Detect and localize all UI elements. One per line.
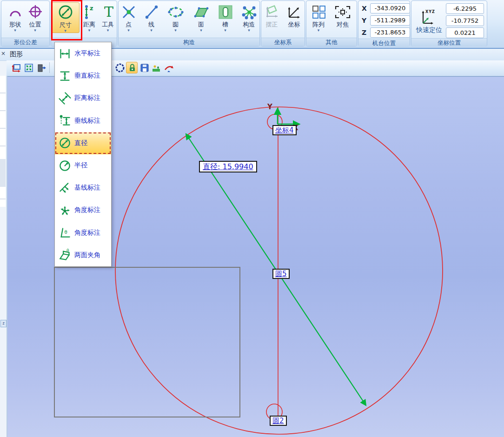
menu-item-dihedral-angle[interactable]: θ 两面夹角 xyxy=(55,244,111,266)
zoom-fit-button[interactable] xyxy=(23,62,34,73)
chevron-down-icon: ▾ xyxy=(150,28,153,32)
machine-x-value: -343.0920 xyxy=(370,3,410,13)
slot-button-label: 槽 xyxy=(222,21,228,28)
tools-t-icon: T xyxy=(101,4,115,20)
dimension-button[interactable]: 尺寸 ▾ xyxy=(51,2,80,33)
group-label-other: 其他 xyxy=(306,38,357,46)
tab-graphics[interactable]: 图形 xyxy=(10,50,23,59)
svg-text:θ: θ xyxy=(66,249,69,253)
save-icon xyxy=(139,63,150,73)
chevron-down-icon: ▾ xyxy=(107,28,109,32)
save-view-button[interactable] xyxy=(139,62,150,73)
shape-tolerance-button[interactable]: 形状 ▾ xyxy=(6,2,25,32)
group-construct: 点 ▾ 线 ▾ 圆 ▾ xyxy=(118,0,260,46)
diameter-icon xyxy=(57,4,74,21)
machine-x-label: X xyxy=(362,5,367,12)
group-label-coordinate-position: 坐标位置 xyxy=(411,38,487,46)
diameter-icon xyxy=(59,137,71,149)
pan-view-button[interactable] xyxy=(10,62,22,73)
tools-button[interactable]: T 工具 ▾ xyxy=(99,2,117,32)
chevron-down-icon: ▾ xyxy=(248,28,250,32)
menu-item-baseline-dim[interactable]: 基线标注 xyxy=(55,177,111,199)
coord-y-value: -10.7752 xyxy=(446,15,484,26)
machine-y-label: Y xyxy=(362,17,367,24)
focus-button[interactable]: 对焦 xyxy=(332,2,354,28)
plane-button[interactable]: 面 ▾ xyxy=(191,2,212,32)
menu-item-label: 两面夹角 xyxy=(74,251,100,259)
group-label-coordsys: 坐标系 xyxy=(261,38,305,46)
group-label-construct: 构造 xyxy=(119,38,259,46)
svg-text:z: z xyxy=(90,5,93,12)
align-icon xyxy=(264,4,280,20)
point-icon xyxy=(121,4,137,20)
array-button[interactable]: 阵列 ▾ xyxy=(309,2,328,32)
zoom-fit-icon xyxy=(24,63,34,73)
menu-item-label: 距离标注 xyxy=(74,94,100,102)
horizontal-dim-icon xyxy=(59,47,71,60)
scene-icon xyxy=(151,63,161,73)
point-button[interactable]: 点 ▾ xyxy=(119,2,139,32)
coordinate-axes-icon xyxy=(286,4,302,20)
dimension-button-label: 尺寸 xyxy=(60,21,72,29)
diameter-result-tag[interactable]: 直径: 15.9940 xyxy=(199,161,257,172)
left-panel-row-slivers xyxy=(0,76,6,207)
menu-item-basepoint-dim[interactable]: 角度标注 xyxy=(55,199,111,221)
svg-text:θ: θ xyxy=(64,230,67,235)
menu-item-distance-dim[interactable]: 距离标注 xyxy=(55,87,111,109)
basepoint-dim-icon xyxy=(59,204,71,217)
line-button[interactable]: 线 ▾ xyxy=(142,2,161,32)
coordinate-button-label: 坐标 xyxy=(288,21,300,28)
group-machine-position: X -343.0920 Y -511.2989 Z -231.8653 机台位置 xyxy=(358,0,410,46)
export-view-button[interactable] xyxy=(35,62,47,73)
group-coordsys: 摆正 坐标 坐标系 xyxy=(261,0,305,46)
menu-item-perpendicular-dim[interactable]: 垂线标注 xyxy=(55,110,111,132)
position-tolerance-button[interactable]: 位置 ▾ xyxy=(26,2,45,32)
distance-z-icon: z xyxy=(82,4,97,20)
distance-button-label: 距离 xyxy=(83,21,95,28)
chevron-down-icon: ▾ xyxy=(224,28,226,32)
array-icon xyxy=(311,4,326,20)
radius-icon xyxy=(59,159,71,172)
quick-locate-button[interactable]: XYZ 快速定位 xyxy=(414,7,444,33)
menu-item-radius[interactable]: 半径 xyxy=(55,154,111,177)
coordinate-button[interactable]: 坐标 xyxy=(285,2,304,28)
circle-icon xyxy=(166,4,185,20)
panel-edge-close-icon[interactable]: × xyxy=(1,50,6,57)
slot-icon xyxy=(218,4,233,20)
distance-button[interactable]: z 距离 ▾ xyxy=(80,2,99,32)
group-other: 阵列 ▾ 对焦 其他 xyxy=(306,0,357,46)
menu-item-angle-dim[interactable]: θ 角度标注 xyxy=(55,222,111,244)
chevron-down-icon: ▾ xyxy=(127,28,130,32)
group-coordinate-position: XYZ 快速定位 -6.2295 -10.7752 0.0221 坐标位置 xyxy=(411,0,487,46)
feature-tag-circle2[interactable]: 圆2 xyxy=(270,416,287,426)
circle-button[interactable]: 圆 ▾ xyxy=(165,2,187,32)
menu-item-horizontal-dim[interactable]: 水平标注 xyxy=(55,42,111,65)
pan-view-icon xyxy=(11,63,21,73)
group-dimension: 尺寸 ▾ z 距离 ▾ T 工具 ▾ xyxy=(51,0,117,46)
lock-icon xyxy=(127,63,137,73)
point-button-label: 点 xyxy=(126,21,132,28)
menu-item-label: 垂线标注 xyxy=(74,117,100,125)
chevron-down-icon: ▾ xyxy=(88,28,91,32)
align-button[interactable]: 摆正 xyxy=(262,2,282,28)
group-form-tolerance: 形状 ▾ 位置 ▾ 形位公差 xyxy=(1,0,50,46)
feature-tag-circle5[interactable]: 圆5 xyxy=(272,269,290,279)
construct-molecule-icon xyxy=(241,4,258,20)
construct-button[interactable]: 构造 ▾ xyxy=(239,2,259,32)
redo-arrow-button[interactable] xyxy=(163,62,174,73)
slot-button[interactable]: 槽 ▾ xyxy=(216,2,235,32)
circle-button-label: 圆 xyxy=(172,21,179,28)
chevron-down-icon: ▾ xyxy=(200,28,202,32)
menu-item-vertical-dim[interactable]: 垂直标注 xyxy=(55,65,111,87)
scene-button[interactable] xyxy=(150,62,162,73)
menu-item-label: 半径 xyxy=(74,161,87,170)
line-button-label: 线 xyxy=(148,21,154,28)
polygon-ring-button[interactable] xyxy=(114,62,126,73)
left-panel-band xyxy=(0,159,6,187)
distance-dim-icon xyxy=(59,92,71,105)
position-crosshair-icon xyxy=(27,4,43,20)
lock-view-button[interactable] xyxy=(126,62,138,73)
feature-tag-coord4[interactable]: 坐标4 xyxy=(272,125,297,135)
menu-item-diameter[interactable]: 直径 xyxy=(55,132,111,154)
toolbar-separator xyxy=(49,62,50,73)
